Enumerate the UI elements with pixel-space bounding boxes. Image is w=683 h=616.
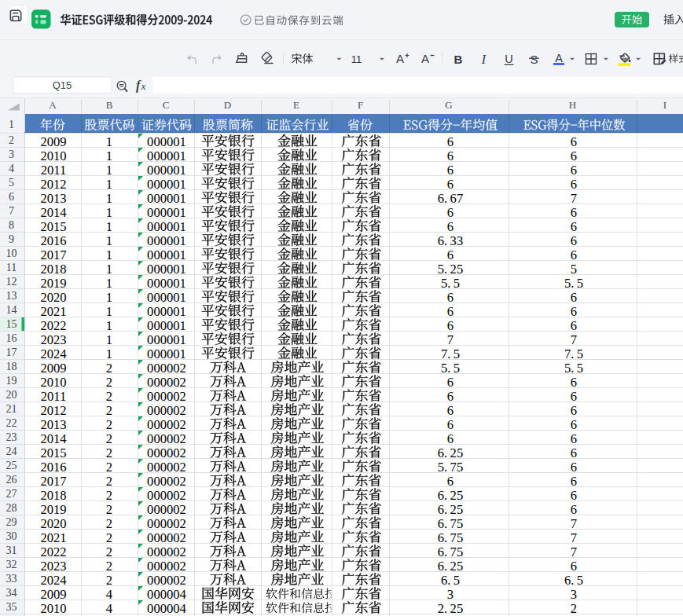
svg-text:2: 2: [106, 559, 112, 574]
svg-text:18: 18: [6, 361, 17, 372]
svg-text:2: 2: [106, 573, 112, 588]
svg-text:2018: 2018: [40, 488, 66, 503]
svg-text:2: 2: [106, 516, 112, 531]
svg-text:000001: 000001: [147, 233, 186, 248]
svg-text:1: 1: [106, 248, 112, 262]
svg-text:000004: 000004: [147, 587, 186, 602]
svg-text:2017: 2017: [40, 248, 66, 262]
svg-text:6: 6: [571, 248, 577, 262]
svg-text:2011: 2011: [41, 389, 67, 404]
svg-text:000002: 000002: [147, 573, 186, 588]
svg-text:7: 7: [571, 516, 577, 531]
svg-text:A: A: [49, 99, 57, 111]
svg-text:000001: 000001: [147, 148, 186, 163]
svg-text:1: 1: [106, 262, 112, 277]
svg-text:3: 3: [571, 587, 577, 602]
svg-text:1: 1: [106, 191, 112, 206]
svg-text:000002: 000002: [147, 460, 186, 475]
svg-text:6: 6: [447, 177, 453, 192]
svg-text:000004: 000004: [147, 601, 186, 616]
svg-text:A: A: [396, 52, 404, 65]
svg-text:25: 25: [6, 460, 17, 471]
svg-text:000002: 000002: [147, 431, 186, 446]
svg-text:2014: 2014: [40, 205, 67, 220]
svg-text:6. 75: 6. 75: [438, 516, 463, 531]
svg-text:21: 21: [6, 403, 17, 415]
svg-text:2009: 2009: [40, 587, 66, 602]
svg-text:000001: 000001: [147, 163, 186, 178]
svg-text:000002: 000002: [147, 502, 186, 517]
svg-text:1: 1: [106, 177, 112, 192]
svg-text:2024: 2024: [40, 573, 67, 588]
svg-text:2010: 2010: [40, 148, 66, 163]
svg-text:2015: 2015: [40, 219, 66, 234]
svg-text:6: 6: [571, 559, 577, 574]
svg-text:6: 6: [447, 163, 453, 178]
svg-text:5. 25: 5. 25: [438, 262, 463, 277]
svg-text:2019: 2019: [40, 502, 66, 517]
svg-text:6: 6: [571, 290, 577, 305]
svg-text:6: 6: [9, 191, 14, 203]
svg-text:6: 6: [571, 233, 577, 248]
svg-text:2: 2: [106, 544, 112, 559]
svg-text:2016: 2016: [40, 460, 66, 475]
svg-text:3: 3: [447, 587, 453, 602]
svg-text:6. 75: 6. 75: [438, 530, 463, 545]
svg-text:1: 1: [106, 332, 112, 347]
svg-text:6: 6: [447, 431, 453, 446]
svg-text:6: 6: [447, 248, 453, 262]
svg-text:1: 1: [106, 276, 112, 291]
svg-text:6: 6: [571, 474, 577, 489]
svg-text:5. 5: 5. 5: [564, 361, 583, 376]
svg-text:2: 2: [106, 474, 112, 489]
svg-text:32: 32: [6, 559, 17, 570]
svg-text:2021: 2021: [40, 530, 66, 545]
svg-text:6. 25: 6. 25: [438, 488, 463, 503]
svg-text:F: F: [358, 99, 363, 111]
svg-text:2: 2: [106, 460, 112, 475]
svg-text:6: 6: [571, 446, 577, 460]
svg-text:6: 6: [571, 502, 577, 517]
svg-text:000001: 000001: [147, 191, 186, 206]
svg-text:2020: 2020: [40, 516, 66, 531]
svg-text:2: 2: [106, 403, 112, 418]
svg-text:12: 12: [6, 276, 17, 288]
svg-text:6: 6: [447, 318, 453, 333]
svg-text:6: 6: [571, 205, 577, 220]
svg-text:U: U: [505, 53, 512, 65]
svg-text:6. 5: 6. 5: [564, 573, 583, 588]
svg-text:2: 2: [106, 446, 112, 460]
svg-text:2012: 2012: [40, 177, 66, 192]
svg-text:10: 10: [6, 248, 17, 259]
svg-text:2: 2: [106, 361, 112, 376]
svg-text:A: A: [555, 52, 563, 64]
svg-text:000002: 000002: [147, 446, 186, 460]
svg-text:6: 6: [447, 417, 453, 432]
svg-text:7: 7: [9, 205, 14, 217]
svg-text:2013: 2013: [40, 417, 66, 432]
svg-text:35: 35: [6, 601, 17, 613]
svg-text:2017: 2017: [40, 474, 66, 489]
svg-text:2009: 2009: [40, 134, 66, 149]
svg-text:5. 5: 5. 5: [441, 361, 460, 376]
svg-text:000001: 000001: [147, 318, 186, 333]
svg-text:2023: 2023: [40, 559, 66, 574]
svg-text:2: 2: [9, 134, 14, 146]
svg-text:7. 5: 7. 5: [441, 346, 460, 361]
svg-text:6. 75: 6. 75: [438, 544, 463, 559]
svg-text:1: 1: [106, 163, 112, 178]
svg-text:31: 31: [6, 544, 17, 556]
svg-text:A: A: [421, 52, 429, 65]
svg-text:2: 2: [106, 431, 112, 446]
svg-text:000001: 000001: [147, 177, 186, 192]
svg-text:2010: 2010: [40, 601, 66, 616]
svg-text:2. 25: 2. 25: [438, 601, 463, 616]
svg-text:28: 28: [6, 502, 17, 514]
svg-text:2011: 2011: [41, 163, 67, 178]
svg-text:6: 6: [571, 460, 577, 475]
svg-text:000002: 000002: [147, 375, 186, 390]
svg-text:2: 2: [571, 601, 577, 616]
svg-text:7: 7: [571, 544, 577, 559]
svg-text:000002: 000002: [147, 389, 186, 404]
svg-text:1: 1: [106, 134, 112, 149]
